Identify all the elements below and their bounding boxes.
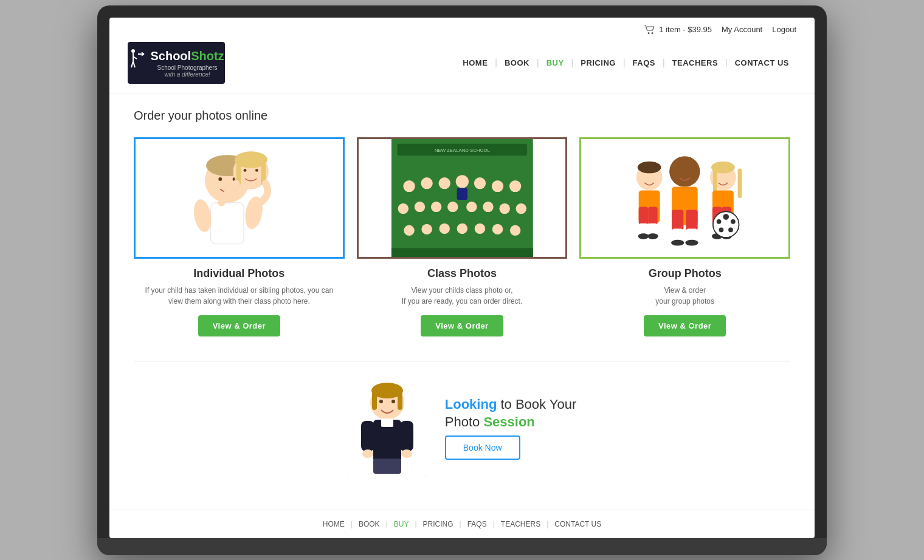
book-now-button[interactable]: Book Now <box>445 435 520 460</box>
svg-point-22 <box>244 168 247 171</box>
class-view-order-button[interactable]: View & Order <box>421 315 503 336</box>
nav-contact[interactable]: CONTACT US <box>728 58 796 67</box>
svg-point-104 <box>717 219 722 224</box>
group-photo-image <box>581 139 788 257</box>
svg-rect-58 <box>405 236 413 245</box>
svg-point-55 <box>515 203 526 213</box>
svg-point-57 <box>404 225 414 235</box>
logo[interactable]: SchoolShotz School Photographers with a … <box>128 42 225 84</box>
svg-rect-71 <box>391 248 533 257</box>
svg-rect-118 <box>400 421 413 451</box>
svg-rect-54 <box>500 214 509 224</box>
logout-link[interactable]: Logout <box>772 25 796 34</box>
svg-rect-28 <box>404 192 414 203</box>
svg-rect-78 <box>640 223 648 234</box>
nav-buy[interactable]: BUY <box>539 58 571 67</box>
svg-point-105 <box>731 219 736 224</box>
svg-rect-84 <box>672 210 683 230</box>
book-kid-photo <box>348 380 427 477</box>
svg-point-33 <box>455 175 468 188</box>
nav-faqs[interactable]: FAQS <box>626 58 663 67</box>
logo-sub1: School Photographers <box>150 64 224 71</box>
svg-rect-121 <box>373 459 401 474</box>
svg-point-43 <box>414 201 424 211</box>
footer-nav-pricing[interactable]: PRICING <box>417 520 460 528</box>
footer-nav-home[interactable]: HOME <box>317 520 351 528</box>
svg-rect-62 <box>440 234 449 244</box>
svg-point-49 <box>466 201 477 211</box>
svg-point-0 <box>648 32 650 34</box>
individual-view-order-button[interactable]: View & Order <box>198 315 280 336</box>
individual-photos-card: Individual Photos If your child has take… <box>134 137 345 336</box>
my-account-link[interactable]: My Account <box>722 25 762 34</box>
logo-sub2: with a difference! <box>150 71 224 78</box>
nav-book[interactable]: BOOK <box>497 58 537 67</box>
svg-point-39 <box>509 180 521 191</box>
footer-nav-teachers[interactable]: TEACHERS <box>495 520 546 528</box>
svg-rect-32 <box>440 189 449 200</box>
class-card-title: Class Photos <box>427 267 497 280</box>
svg-point-27 <box>403 180 415 191</box>
group-card-desc: View & order your group photos <box>655 285 714 307</box>
footer-nav-book[interactable]: BOOK <box>353 520 386 528</box>
svg-point-1 <box>652 32 653 34</box>
footer-nav: HOME | BOOK | BUY | PRICING | FAQS | TEA… <box>109 510 815 538</box>
book-text-content: Looking to Book Your Photo Session Book … <box>445 396 576 460</box>
individual-photo-image <box>136 139 343 257</box>
svg-line-5 <box>133 61 135 67</box>
class-photos-card: NEW ZEALAND SCHOOL <box>357 137 568 336</box>
svg-point-89 <box>686 239 698 245</box>
svg-rect-40 <box>511 192 520 203</box>
group-photo-frame <box>579 137 790 259</box>
svg-rect-112 <box>398 392 402 410</box>
svg-point-120 <box>401 449 412 458</box>
svg-point-65 <box>474 223 484 233</box>
laptop-base <box>97 538 827 555</box>
book-looking: Looking <box>445 397 497 412</box>
svg-rect-30 <box>422 189 432 200</box>
section-divider <box>134 361 790 361</box>
svg-rect-36 <box>475 189 484 200</box>
book-photo: Photo <box>445 414 484 429</box>
svg-rect-93 <box>738 168 742 198</box>
svg-point-37 <box>491 180 503 191</box>
page-title: Order your photos online <box>134 109 790 123</box>
svg-point-35 <box>474 177 485 189</box>
svg-point-13 <box>218 177 222 181</box>
svg-rect-76 <box>639 207 649 224</box>
nav-home[interactable]: HOME <box>455 58 495 67</box>
footer-nav-faqs[interactable]: FAQS <box>461 520 493 528</box>
footer-nav-buy[interactable]: BUY <box>388 520 415 528</box>
svg-rect-70 <box>511 236 520 245</box>
svg-rect-79 <box>649 223 657 234</box>
nav-pricing[interactable]: PRICING <box>573 58 623 67</box>
nav-teachers[interactable]: TEACHERS <box>665 58 726 67</box>
group-card-title: Group Photos <box>649 267 722 280</box>
individual-card-desc: If your child has taken individual or si… <box>145 285 334 307</box>
book-heading: Looking to Book Your Photo Session <box>445 396 576 431</box>
svg-rect-38 <box>492 192 502 203</box>
svg-rect-85 <box>686 210 698 230</box>
svg-rect-117 <box>361 421 374 451</box>
svg-rect-116 <box>381 418 393 427</box>
logo-shotz: Shotz <box>191 49 224 63</box>
logo-school: School <box>150 49 191 63</box>
svg-rect-52 <box>484 212 492 222</box>
cart-info[interactable]: 1 item - $39.95 <box>644 25 712 35</box>
svg-rect-68 <box>493 234 502 244</box>
footer-nav-contact[interactable]: CONTACT US <box>548 520 607 528</box>
svg-point-29 <box>421 177 432 189</box>
svg-point-51 <box>483 201 493 211</box>
svg-rect-15 <box>211 202 244 244</box>
svg-point-74 <box>638 161 661 172</box>
svg-point-61 <box>439 223 449 233</box>
svg-rect-86 <box>672 228 683 241</box>
logo-icon <box>128 48 147 72</box>
svg-point-67 <box>492 224 502 234</box>
svg-rect-64 <box>458 234 466 244</box>
svg-point-107 <box>728 227 733 232</box>
book-kid-image <box>348 380 427 477</box>
svg-point-59 <box>421 224 432 234</box>
svg-rect-42 <box>399 214 407 224</box>
group-view-order-button[interactable]: View & Order <box>644 315 726 336</box>
